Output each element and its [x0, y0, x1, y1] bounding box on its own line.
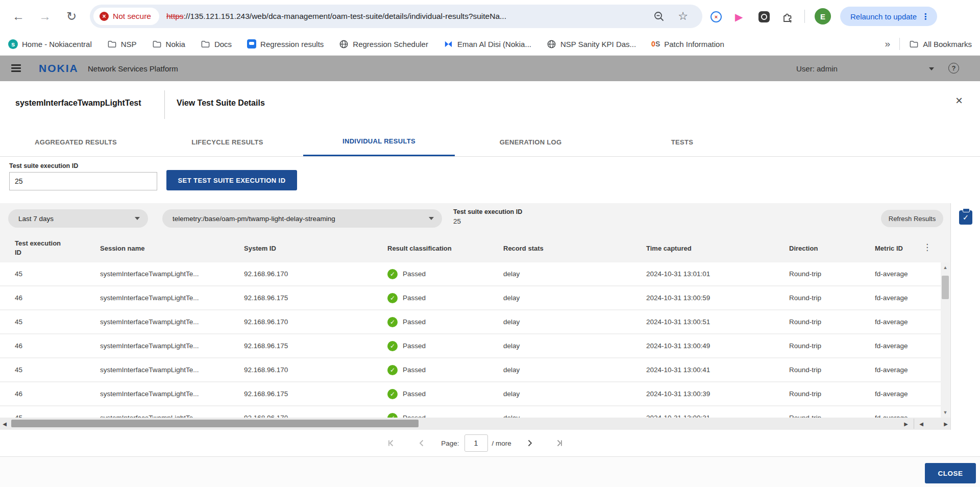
cell-metric-id: fd-average — [875, 310, 941, 333]
tab-individual-results[interactable]: INDIVIDUAL RESULTS — [303, 128, 455, 156]
reload-icon[interactable]: ↻ — [62, 7, 81, 26]
hamburger-menu-icon[interactable] — [11, 64, 21, 72]
cell-direction: Round-trip — [789, 334, 875, 357]
last-page-icon[interactable] — [555, 439, 564, 447]
horizontal-scroll-thumb[interactable] — [11, 420, 419, 427]
cell-time-captured: 2024-10-31 13:01:01 — [646, 262, 789, 285]
cell-result-classification: ✓Passed — [387, 310, 503, 333]
table-row[interactable]: 45systemInterfaceTwampLightTe...92.168.9… — [0, 358, 941, 382]
bookmark-folder-nokia[interactable]: Nokia — [152, 39, 185, 49]
cell-direction: Round-trip — [789, 286, 875, 309]
previous-page-icon[interactable] — [418, 439, 426, 447]
column-header-result-classification[interactable]: Result classification — [387, 235, 452, 261]
bookmark-home-nokiacentral[interactable]: s Home - Nokiacentral — [8, 39, 92, 49]
scroll-right-icon[interactable]: ▶ — [901, 418, 911, 430]
bookmark-regression-scheduler[interactable]: Regression Scheduler — [339, 39, 428, 49]
browser-menu-icon[interactable]: ⋮ — [921, 12, 929, 21]
bookmarks-divider — [899, 38, 900, 50]
tab-tests[interactable]: TESTS — [606, 128, 758, 156]
cell-result-classification: ✓Passed — [387, 286, 503, 309]
zoom-out-icon[interactable] — [653, 11, 665, 22]
scroll-up-icon[interactable]: ▲ — [941, 263, 950, 272]
set-exec-id-button[interactable]: SET TEST SUITE EXECUTION ID — [166, 170, 297, 190]
extension-pink-arrow-icon[interactable]: ▶ — [735, 11, 746, 22]
next-page-icon[interactable] — [526, 439, 534, 447]
clipboard-check-icon[interactable]: ✓ — [959, 210, 972, 225]
column-header-record-stats[interactable]: Record stats — [503, 235, 544, 261]
first-page-icon[interactable] — [387, 439, 395, 447]
extension-camera-icon[interactable] — [758, 11, 770, 22]
extensions-puzzle-icon[interactable] — [782, 11, 793, 22]
exec-id-input[interactable] — [9, 172, 157, 190]
tab-lifecycle-results[interactable]: LIFECYCLE RESULTS — [152, 128, 303, 156]
column-header-system-id[interactable]: System ID — [244, 235, 276, 261]
bookmark-nsp-sanity-kpi[interactable]: NSP Sanity KPI Das... — [547, 39, 636, 49]
filter-exec-id-label: Test suite execution ID — [453, 208, 522, 215]
horizontal-scrollbar[interactable]: ◀ ▶ ◀ ▶ — [0, 418, 950, 430]
help-icon[interactable]: ? — [948, 63, 959, 74]
vertical-scrollbar[interactable]: ▲ ▼ — [941, 262, 950, 418]
close-button[interactable]: CLOSE — [925, 463, 976, 483]
table-row[interactable]: 46systemInterfaceTwampLightTe...92.168.9… — [0, 286, 941, 310]
cell-system-id: 92.168.96.175 — [244, 382, 387, 405]
forward-icon[interactable]: → — [36, 7, 54, 26]
cell-time-captured: 2024-10-31 13:00:41 — [646, 358, 789, 381]
tab-bar: AGGREGATED RESULTS LIFECYCLE RESULTS IND… — [0, 128, 980, 157]
address-bar[interactable]: × Not secure https://135.121.151.243/web… — [90, 5, 702, 28]
bookmark-regression-results[interactable]: Regression results — [247, 39, 324, 48]
table-row[interactable]: 45systemInterfaceTwampLightTe...92.168.9… — [0, 262, 941, 286]
page-more-label: / more — [492, 440, 511, 447]
column-header-metric-id[interactable]: Metric ID — [875, 235, 903, 261]
table-row[interactable]: 46systemInterfaceTwampLightTe...92.168.9… — [0, 334, 941, 358]
table-row[interactable]: 46systemInterfaceTwampLightTe...92.168.9… — [0, 382, 941, 406]
cell-record-stats: delay — [503, 406, 646, 418]
folder-icon — [909, 39, 919, 49]
bookmark-folder-docs[interactable]: Docs — [201, 39, 232, 49]
bookmark-star-icon[interactable]: ☆ — [678, 11, 688, 22]
column-header-session-name[interactable]: Session name — [100, 235, 144, 261]
scroll-down-icon[interactable]: ▼ — [941, 408, 950, 417]
table-row[interactable]: 45systemInterfaceTwampLightTe...92.168.9… — [0, 406, 941, 418]
pinned-scroll-right-icon[interactable]: ▶ — [941, 418, 950, 430]
column-header-time-captured[interactable]: Time captured — [646, 235, 692, 261]
cell-system-id: 92.168.96.170 — [244, 358, 387, 381]
user-menu[interactable]: User: admin — [796, 64, 838, 73]
table-row[interactable]: 45systemInterfaceTwampLightTe...92.168.9… — [0, 310, 941, 334]
bookmarks-overflow-icon[interactable]: » — [885, 38, 891, 50]
nsp-app-header: NOKIA Network Services Platform User: ad… — [0, 56, 980, 81]
refresh-results-button[interactable]: Refresh Results — [881, 210, 943, 227]
column-header-direction[interactable]: Direction — [789, 235, 818, 261]
bookmark-eman-al-disi[interactable]: Eman Al Disi (Nokia... — [444, 39, 531, 49]
column-menu-icon[interactable]: ⋮ — [923, 242, 932, 253]
tab-generation-log[interactable]: GENERATION LOG — [455, 128, 606, 156]
user-caret-icon[interactable] — [929, 67, 934, 70]
relaunch-to-update-button[interactable]: Relaunch to update ⋮ — [840, 7, 937, 26]
tab-aggregated-results[interactable]: AGGREGATED RESULTS — [0, 128, 152, 156]
cell-test-execution-id: 46 — [15, 382, 100, 405]
close-details-icon[interactable]: × — [955, 93, 963, 108]
bookmark-folder-nsp[interactable]: NSP — [107, 39, 137, 49]
back-icon[interactable]: ← — [9, 7, 28, 26]
telemetry-dropdown[interactable]: telemetry:/base/oam-pm/twamp-light-delay… — [162, 209, 442, 228]
title-divider — [164, 90, 165, 119]
all-bookmarks-button[interactable]: All Bookmarks — [909, 39, 972, 49]
vertical-scroll-thumb[interactable] — [942, 276, 949, 299]
pinned-scroll-left-icon[interactable]: ◀ — [917, 418, 926, 430]
passed-check-icon: ✓ — [387, 389, 398, 399]
extension-clock-icon[interactable]: × — [710, 11, 722, 22]
not-secure-badge[interactable]: × Not secure — [93, 8, 159, 25]
time-range-dropdown[interactable]: Last 7 days — [8, 209, 148, 228]
page-number-input[interactable] — [464, 434, 488, 452]
results-table-body: 45systemInterfaceTwampLightTe...92.168.9… — [0, 262, 941, 418]
not-secure-icon: × — [100, 12, 109, 21]
cell-system-id: 92.168.96.175 — [244, 286, 387, 309]
scroll-left-icon[interactable]: ◀ — [0, 418, 9, 430]
cell-record-stats: delay — [503, 310, 646, 333]
bookmark-patch-information[interactable]: 0S Patch Information — [651, 40, 724, 48]
passed-check-icon: ✓ — [387, 317, 398, 327]
cell-metric-id: fd-average — [875, 286, 941, 309]
passed-check-icon: ✓ — [387, 413, 398, 418]
column-header-test-execution-id[interactable]: Test execution ID — [15, 235, 62, 261]
cell-system-id: 92.168.96.175 — [244, 334, 387, 357]
profile-avatar[interactable]: E — [815, 8, 831, 25]
